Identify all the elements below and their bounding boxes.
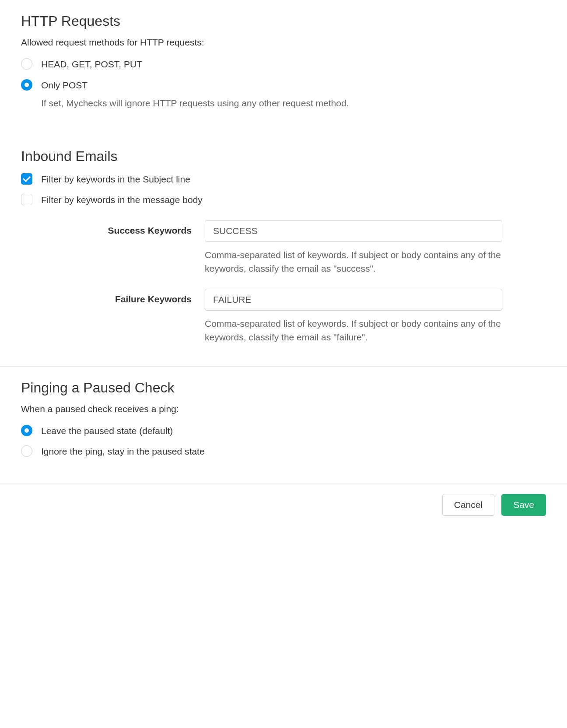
radio-item-only-post[interactable]: Only POST If set, Mychecks will ignore H… (21, 78, 546, 110)
radio-ignore-ping[interactable] (21, 445, 32, 457)
checkbox-item-subject[interactable]: Filter by keywords in the Subject line (21, 172, 546, 186)
radio-all-methods[interactable] (21, 58, 32, 70)
radio-item-ignore-ping[interactable]: Ignore the ping, stay in the paused stat… (21, 444, 546, 458)
radio-item-all-methods[interactable]: HEAD, GET, POST, PUT (21, 57, 546, 71)
checkbox-filter-body[interactable] (21, 194, 32, 205)
http-requests-title: HTTP Requests (21, 13, 546, 29)
radio-leave-paused[interactable] (21, 425, 32, 436)
checkbox-label-subject: Filter by keywords in the Subject line (41, 172, 546, 186)
pinging-paused-section: Pinging a Paused Check When a paused che… (0, 367, 567, 483)
http-requests-section: HTTP Requests Allowed request methods fo… (0, 0, 567, 135)
failure-keywords-row: Failure Keywords Comma-separated list of… (21, 289, 546, 344)
checkbox-label-body: Filter by keywords in the message body (41, 193, 546, 207)
radio-label-leave-paused: Leave the paused state (default) (41, 424, 546, 438)
radio-label-all-methods: HEAD, GET, POST, PUT (41, 57, 546, 71)
radio-item-leave-paused[interactable]: Leave the paused state (default) (21, 424, 546, 438)
cancel-button[interactable]: Cancel (442, 494, 494, 516)
footer: Cancel Save (0, 483, 567, 526)
radio-label-only-post: Only POST (41, 78, 546, 92)
pinging-paused-title: Pinging a Paused Check (21, 380, 546, 396)
failure-keywords-input[interactable] (205, 289, 502, 311)
save-button[interactable]: Save (501, 494, 546, 516)
success-keywords-label: Success Keywords (21, 220, 205, 236)
radio-only-post[interactable] (21, 79, 32, 91)
success-keywords-row: Success Keywords Comma-separated list of… (21, 220, 546, 276)
radio-label-ignore-ping: Ignore the ping, stay in the paused stat… (41, 444, 546, 458)
inbound-emails-section: Inbound Emails Filter by keywords in the… (0, 135, 567, 366)
http-methods-radio-group: HEAD, GET, POST, PUT Only POST If set, M… (21, 57, 546, 110)
pinging-paused-radio-group: Leave the paused state (default) Ignore … (21, 424, 546, 458)
pinging-paused-description: When a paused check receives a ping: (21, 404, 546, 414)
checkbox-filter-subject[interactable] (21, 173, 32, 185)
http-requests-description: Allowed request methods for HTTP request… (21, 37, 546, 48)
failure-keywords-label: Failure Keywords (21, 289, 205, 304)
radio-help-only-post: If set, Mychecks will ignore HTTP reques… (41, 96, 546, 110)
failure-keywords-help: Comma-separated list of keywords. If sub… (205, 317, 502, 344)
success-keywords-input[interactable] (205, 220, 502, 242)
inbound-emails-title: Inbound Emails (21, 148, 546, 164)
email-filter-checkbox-group: Filter by keywords in the Subject line F… (21, 172, 546, 207)
success-keywords-help: Comma-separated list of keywords. If sub… (205, 248, 502, 276)
checkbox-item-body[interactable]: Filter by keywords in the message body (21, 193, 546, 207)
